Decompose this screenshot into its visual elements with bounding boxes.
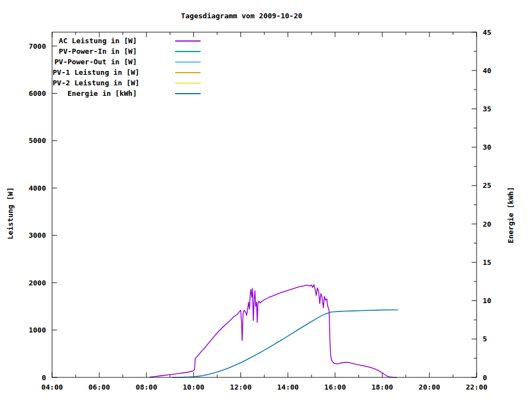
series-line-0 xyxy=(150,285,397,377)
y-right-tick-label: 5 xyxy=(483,335,487,343)
chart-title: Tagesdiagramm vom 2009-10-20 xyxy=(75,12,408,20)
x-tick-label: 08:00 xyxy=(136,383,157,391)
legend-label: PV-Power-Out in [W] xyxy=(53,58,137,66)
x-tick-label: 06:00 xyxy=(89,383,110,391)
legend-label: AC Leistung in [W] xyxy=(53,37,137,45)
x-tick-label: 10:00 xyxy=(183,383,204,391)
y-right-tick-label: 0 xyxy=(483,374,487,382)
x-tick-label: 12:00 xyxy=(230,383,252,391)
legend-line-sample xyxy=(175,40,201,42)
x-tick-label: 04:00 xyxy=(41,383,63,391)
legend-item-0: AC Leistung in [W] xyxy=(53,35,201,46)
x-tick-label: 16:00 xyxy=(324,383,346,391)
legend-line-sample xyxy=(175,51,201,52)
legend-item-4: PV-2 Leistung in [W] xyxy=(53,78,201,88)
y-right-tick-label: 35 xyxy=(483,105,492,113)
legend-label: PV-1 Leistung in [W] xyxy=(53,68,137,76)
legend-label: PV-Power-In in [W] xyxy=(53,47,137,55)
y-left-tick-label: 1000 xyxy=(29,326,46,334)
legend-label: Energie in [kWh] xyxy=(53,89,137,98)
y-right-tick-label: 40 xyxy=(483,66,492,75)
y-left-tick-label: 7000 xyxy=(29,42,46,50)
y-right-tick-label: 15 xyxy=(483,258,492,267)
y-left-tick-label: 6000 xyxy=(29,89,46,98)
y-left-tick-label: 4000 xyxy=(29,184,46,192)
x-tick-label: 18:00 xyxy=(371,383,393,391)
y-right-tick-label: 20 xyxy=(483,220,492,228)
legend-line-sample xyxy=(175,83,201,84)
y-right-tick-label: 25 xyxy=(483,181,492,190)
y-left-tick-label: 2000 xyxy=(29,279,46,287)
legend-label: PV-2 Leistung in [W] xyxy=(53,79,137,87)
x-tick-label: 20:00 xyxy=(418,383,440,391)
legend-item-3: PV-1 Leistung in [W] xyxy=(53,67,201,78)
y-axis-left-title: Leistung [W] xyxy=(6,187,14,239)
legend-item-5: Energie in [kWh] xyxy=(53,88,201,99)
x-tick-label: 14:00 xyxy=(277,383,299,391)
y-left-tick-label: 0 xyxy=(42,374,46,382)
legend: AC Leistung in [W]PV-Power-In in [W]PV-P… xyxy=(53,35,201,99)
chart-screen: 04:0006:0008:0010:0012:0014:0016:0018:00… xyxy=(0,0,532,399)
legend-line-sample xyxy=(175,72,201,73)
series-line-5 xyxy=(172,310,398,377)
legend-line-sample xyxy=(175,62,201,63)
y-left-tick-label: 5000 xyxy=(29,136,46,145)
y-axis-right-title: Energie [kWh] xyxy=(507,187,515,243)
legend-item-2: PV-Power-Out in [W] xyxy=(53,57,201,67)
y-right-tick-label: 45 xyxy=(483,28,492,37)
x-tick-label: 22:00 xyxy=(466,383,487,391)
y-right-tick-label: 10 xyxy=(483,296,492,305)
legend-item-1: PV-Power-In in [W] xyxy=(53,46,201,57)
y-left-tick-label: 3000 xyxy=(29,231,46,239)
y-right-tick-label: 30 xyxy=(483,143,492,151)
legend-line-sample xyxy=(175,93,201,94)
